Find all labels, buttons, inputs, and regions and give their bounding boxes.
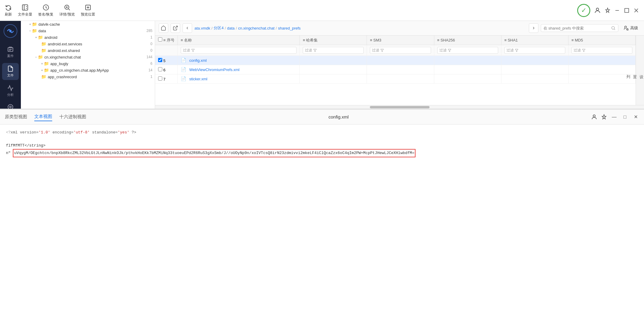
breadcrumb-path: ata.vmdk / 分区4 / data / cn.xingchenchat.… — [194, 25, 526, 31]
code-line-flfmfmtt: flfMfMTT</string> — [6, 142, 638, 149]
table-row[interactable]: 6 📄 WebViewChromiumPrefs.xml — [155, 65, 636, 74]
maximize-bottom-button[interactable]: □ — [621, 113, 628, 121]
folder-icon: 📁 — [44, 68, 49, 73]
breadcrumb-data[interactable]: data — [227, 26, 234, 30]
filter-icon[interactable] — [313, 49, 317, 52]
filter-icon[interactable] — [582, 49, 586, 52]
select-all-checkbox[interactable] — [158, 37, 162, 41]
filter-sha256: 过滤 — [434, 45, 501, 56]
expand-android[interactable]: + — [35, 36, 37, 39]
bottom-title: config.xml — [86, 114, 591, 119]
folder-icon: 📁 — [32, 28, 37, 33]
breadcrumb-partition[interactable]: 分区4 — [214, 25, 223, 31]
file-icon: 📄 — [181, 67, 186, 72]
file-tree-panel[interactable]: + 📁 dalvik-cache − 📁 data 285 + 📁 androi… — [21, 21, 155, 109]
row-checkbox-0[interactable] — [158, 58, 162, 62]
svg-point-10 — [9, 30, 12, 32]
cell-hash-0 — [300, 56, 367, 65]
tree-item-dalvik[interactable]: + 📁 dalvik-cache — [21, 21, 155, 27]
tree-item-app-cn-xingchen[interactable]: + 📁 app_cn.xingchen.chat.app.MyApp 14 — [21, 67, 155, 73]
tab-text-view[interactable]: 文本视图 — [34, 113, 52, 121]
col-header-hash: ≡ 哈希集 — [300, 36, 367, 45]
svg-point-22 — [625, 26, 627, 28]
toolbar: 刷新 文件全显 签名/恢复 详情/预览 预览位置 ✓ — [0, 0, 644, 21]
user-icon-bottom — [591, 114, 597, 120]
scroll-indicator — [155, 105, 644, 109]
breadcrumb-shared-prefs[interactable]: shared_prefs — [278, 26, 301, 30]
tree-item-app-bugly[interactable]: + 📁 app_bugly 6 — [21, 60, 155, 67]
filter-icon[interactable] — [515, 49, 518, 52]
settings-column[interactable]: 设 置 列 — [636, 36, 644, 105]
col-header-md5: ≡ MD5 — [568, 36, 635, 45]
filter-icon[interactable] — [448, 49, 451, 52]
table-row[interactable]: 7 📄 sticker.xml — [155, 74, 636, 84]
search-input[interactable] — [543, 26, 609, 30]
breadcrumb-cn[interactable]: cn.xingchenchat.chat — [238, 26, 274, 30]
refresh-button[interactable]: 刷新 — [5, 4, 12, 17]
tree-item-data[interactable]: − 📁 data 285 — [21, 27, 155, 34]
cell-sha256-2 — [434, 74, 501, 84]
folder-icon: 📁 — [38, 55, 43, 59]
tree-item-android-ext-shared[interactable]: 📁 android.ext.shared 0 — [21, 47, 155, 54]
pin-icon-bottom[interactable] — [601, 114, 607, 120]
cell-name-0: 📄 config.xml — [177, 56, 299, 65]
sidebar-item-location[interactable]: 位置 — [2, 102, 19, 109]
filter-icon[interactable] — [380, 49, 384, 52]
sidebar-item-analyze[interactable]: 分析 — [2, 82, 19, 99]
external-link-button[interactable] — [171, 23, 180, 33]
file-link-1[interactable]: WebViewChromiumPrefs.xml — [189, 67, 240, 72]
cell-sm3-2 — [367, 74, 434, 84]
nav-back-button[interactable] — [183, 23, 192, 33]
nav-forward-button[interactable] — [529, 23, 538, 33]
cell-md5-0 — [568, 56, 635, 65]
tree-item-cn-xingchenchat[interactable]: − 📁 cn.xingchenchat.chat 144 — [21, 54, 155, 60]
advanced-button[interactable]: 高级 — [621, 24, 640, 32]
row-checkbox-1[interactable] — [158, 67, 162, 71]
details-preview-button[interactable]: 详情/预览 — [59, 4, 75, 17]
tab-raw-view[interactable]: 原类型视图 — [5, 113, 27, 121]
folder-view-button[interactable] — [159, 23, 168, 33]
sidebar-item-file[interactable]: 文件 — [2, 63, 19, 80]
col-header-name: ≡ 名称 — [177, 36, 299, 45]
highlighted-value: uVqygM/OEgchtcn/bnpXb8RkcZML32VbLGtJLnNw… — [13, 149, 416, 157]
filter-icon[interactable] — [191, 49, 195, 52]
row-checkbox-2[interactable] — [158, 76, 162, 81]
pin-icon[interactable] — [605, 7, 611, 13]
tree-item-app-crashrecord[interactable]: 📁 app_crashrecord 1 — [21, 73, 155, 80]
file-view-button[interactable]: 文件全显 — [18, 4, 32, 17]
tree-item-android-ext-services[interactable]: 📁 android.ext.services 0 — [21, 41, 155, 47]
table-row[interactable]: 5 📄 config.xml — [155, 56, 636, 65]
tab-hex-view[interactable]: 十六进制视图 — [59, 113, 86, 121]
cell-name-1: 📄 WebViewChromiumPrefs.xml — [177, 65, 299, 74]
breadcrumb-ata[interactable]: ata.vmdk — [194, 26, 210, 30]
sign-restore-button[interactable]: 签名/恢复 — [38, 4, 53, 17]
col-header-sha256: ≡ SHA256 — [434, 36, 501, 45]
close-icon[interactable] — [633, 7, 639, 13]
filter-sm3: 过滤 — [367, 45, 434, 56]
cell-md5-2 — [568, 74, 635, 84]
minimize-bottom-button[interactable]: — — [611, 113, 618, 121]
cell-sha256-1 — [434, 65, 501, 74]
tree-item-android[interactable]: + 📁 android 1 — [21, 34, 155, 41]
cell-hash-2 — [300, 74, 367, 84]
expand-cn[interactable]: − — [35, 56, 37, 59]
expand-app-cn[interactable]: + — [41, 69, 43, 72]
file-table: ≡ 序号 ≡ 名称 ≡ 哈希集 ≡ SM3 ≡ SHA256 ≡ SHA1 ≡ … — [155, 36, 636, 105]
file-icon: 📄 — [181, 76, 186, 81]
svg-marker-26 — [381, 49, 384, 52]
preview-pos-button[interactable]: 预览位置 — [81, 4, 95, 17]
filter-num — [155, 45, 177, 56]
file-link-0[interactable]: config.xml — [189, 58, 207, 63]
search-box — [541, 24, 618, 32]
file-link-2[interactable]: sticker.xml — [189, 77, 207, 81]
app-logo — [3, 24, 18, 38]
maximize-icon[interactable] — [624, 7, 630, 13]
expand-data[interactable]: − — [29, 29, 31, 33]
expand-dalvik[interactable]: + — [29, 23, 31, 26]
close-bottom-button[interactable]: ✕ — [632, 113, 639, 121]
svg-point-4 — [596, 8, 599, 10]
minimize-icon[interactable] — [614, 7, 620, 13]
sidebar-item-case[interactable]: 案件 — [2, 44, 19, 61]
expand-bugly[interactable]: + — [41, 62, 43, 65]
col-header-sm3: ≡ SM3 — [367, 36, 434, 45]
